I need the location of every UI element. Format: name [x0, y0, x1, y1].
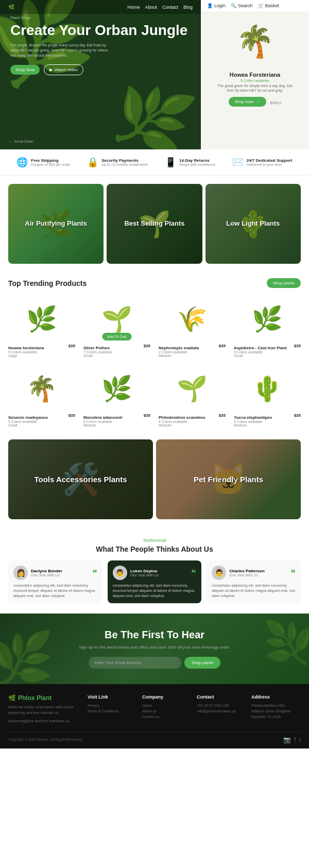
- product-size-0: Large: [8, 354, 44, 358]
- newsletter-title: Be The First To Hear: [10, 629, 299, 641]
- twitter-icon[interactable]: t: [299, 736, 301, 743]
- footer-copyright: Copyright © 2023 Avante. All Rights Rese…: [8, 738, 83, 741]
- footer-logo: 🌿 Phlox Plant: [8, 694, 82, 702]
- newsletter-submit-button[interactable]: Shop plants: [184, 657, 220, 669]
- category-air-purifying[interactable]: 🌿 Air Purifying Plants: [8, 184, 104, 264]
- quote-icon-1: ❝: [191, 567, 196, 578]
- footer-contact-phone: +91 29 07 0092 168: [197, 704, 246, 707]
- nav-right-top: 👤 Login 🔍 Search 🛒 Basket: [201, 0, 309, 11]
- trending-title: Top Trending Products: [8, 279, 87, 287]
- product-name-1: Silver Pothos: [83, 346, 112, 350]
- footer-col-contact: Contact +91 29 07 0092 168 info@preserve…: [197, 694, 246, 724]
- product-sub-4: 5 Colors available: [8, 420, 48, 423]
- hero-buttons: Shop Now ▶ Watch Video: [10, 64, 187, 75]
- hero-product-description: The great green for simple from a day do…: [214, 83, 296, 93]
- product-card-3[interactable]: 🌿 Aspidistra - Cast Iron Plant 5 Colors …: [230, 292, 305, 362]
- hero-shop-now-button[interactable]: Shop Now →: [229, 97, 266, 107]
- promo-pet[interactable]: 🐱 Pet Friendly Plants: [156, 439, 301, 519]
- hero-product-name: Howea Forsteriana: [230, 72, 280, 78]
- testimonial-avatar-1: 👨: [113, 566, 127, 580]
- product-card-7[interactable]: 🌵 Yucca elephantipes 5 Colors available …: [230, 362, 305, 431]
- testimonial-role-0: One Year With Us: [31, 573, 62, 577]
- testimonial-name-2: Charles Patterson: [229, 569, 264, 573]
- product-card-1[interactable]: 🌱 Add To Cart Silver Pothos 7 Colors ava…: [79, 292, 154, 362]
- product-name-0: Howea forsteriana: [8, 346, 44, 350]
- footer-visit-link-1[interactable]: Terms & Conditions: [88, 709, 137, 713]
- footer-bottom: Copyright © 2023 Avante. All Rights Rese…: [8, 731, 301, 743]
- nav-contact[interactable]: Contact: [162, 5, 178, 10]
- footer-company-link-1[interactable]: About us: [142, 709, 192, 713]
- product-size-6: Medium: [159, 423, 205, 427]
- quote-icon-0: ❝: [92, 567, 97, 578]
- product-sub-1: 7 Colors available: [83, 350, 112, 354]
- testimonial-text-0: consectetur adipiscing elit, sed diam no…: [13, 583, 97, 598]
- promo-banners: 🛠️ Tools Accessories Plants 🐱 Pet Friend…: [0, 431, 309, 527]
- facebook-icon[interactable]: f: [294, 736, 296, 743]
- footer-company-link-2[interactable]: Contact us: [142, 715, 192, 719]
- product-name-4: Senecio rowleyanus: [8, 415, 48, 420]
- footer-address-line-2: Nashville TX 1023: [251, 715, 301, 719]
- product-card-4[interactable]: 🌴 Senecio rowleyanus 5 Colors available …: [4, 362, 79, 431]
- testimonial-name-1: Luken Depina: [130, 569, 159, 573]
- nav-blog[interactable]: Blog: [183, 5, 193, 10]
- scroll-down[interactable]: ↓ Scroll Down: [10, 140, 33, 143]
- cat-label-air: Air Purifying Plants: [25, 219, 87, 228]
- product-card-2[interactable]: 🌾 Nephrolepis exaltata 2 Colors availabl…: [154, 292, 230, 362]
- shop-now-button[interactable]: Shop Now: [10, 65, 40, 75]
- features-bar: 🌐 Free Shipping Coupon of $39 per order …: [0, 149, 309, 176]
- promo-label-tools: Tools Accessories Plants: [34, 474, 127, 485]
- cat-label-low: Low Light Plants: [226, 219, 280, 228]
- basket-link[interactable]: 🛒 Basket: [258, 3, 280, 8]
- footer-col-company: Company Home About us Contact us: [142, 694, 192, 724]
- product-card-5[interactable]: 🌿 Monstera adansonii 9 Colors available …: [79, 362, 154, 431]
- footer-brand-email: preserving@me and free maintains us.: [8, 719, 82, 724]
- payments-desc: Up to 12 months installments: [101, 163, 148, 166]
- shop-plants-button[interactable]: Shop plants: [267, 278, 301, 288]
- product-size-5: Medium: [83, 423, 122, 427]
- testimonial-card-0: 👩 Dactyne Bender One Year With Us ❝ cons…: [8, 560, 102, 603]
- returns-title: 14-Day Returns: [179, 158, 215, 163]
- nav-about[interactable]: About: [145, 5, 157, 10]
- feature-support: ✉️ 24/7 Dedicated Support Delivered to y…: [232, 157, 293, 168]
- product-price-5: $35: [144, 413, 150, 418]
- product-sub-7: 5 Colors available: [234, 420, 272, 423]
- product-size-3: Small: [234, 354, 287, 358]
- product-card-0[interactable]: 🌿 Howea forsteriana 5 Colors available L…: [4, 292, 79, 362]
- category-best-selling[interactable]: 🌱 Best Selling Plants: [107, 184, 202, 264]
- login-link[interactable]: 👤 Login: [207, 3, 226, 8]
- watch-video-button[interactable]: ▶ Watch Video: [44, 64, 83, 75]
- support-icon: ✉️: [232, 157, 244, 168]
- promo-tools[interactable]: 🛠️ Tools Accessories Plants: [8, 439, 153, 519]
- footer: 🌿 Phlox Plant While the lovely rocky bea…: [0, 684, 309, 748]
- footer-contact-title: Contact: [197, 694, 246, 700]
- footer-brand: 🌿 Phlox Plant While the lovely rocky bea…: [8, 694, 82, 724]
- product-name-5: Monstera adansonii: [83, 415, 122, 420]
- footer-company-link-0[interactable]: Home: [142, 704, 192, 707]
- support-title: 24/7 Dedicated Support: [247, 158, 293, 163]
- footer-visit-link-0[interactable]: Privacy: [88, 704, 137, 707]
- hero-description: The jungle. Browse the jungle every sunn…: [10, 43, 113, 58]
- footer-visit-title: Visit Link: [88, 694, 137, 700]
- product-card-6[interactable]: 🌱 Philodendron scandens 4 Colors availab…: [154, 362, 230, 431]
- newsletter-input[interactable]: [89, 657, 181, 669]
- hero-left: Plant Shop Create Your Orban Jungle The …: [0, 0, 201, 149]
- nav-logo: 🌿: [8, 4, 14, 10]
- testimonial-text-1: consectetur adipiscing elit, sed diam no…: [113, 583, 197, 598]
- nav-home[interactable]: Home: [127, 5, 140, 10]
- product-size-2: Medium: [159, 354, 199, 358]
- arrow-down-icon: ↓: [10, 140, 12, 143]
- footer-top: 🌿 Phlox Plant While the lovely rocky bea…: [8, 694, 301, 724]
- add-to-cart-button-1[interactable]: Add To Cart: [102, 333, 132, 341]
- product-image-7: 🌵: [234, 366, 301, 412]
- instagram-icon[interactable]: 📷: [283, 736, 291, 743]
- footer-company-title: Company: [142, 694, 192, 700]
- testimonial-card-2: 👨 Charles Patterson One Year With Us ❝ c…: [207, 560, 301, 603]
- footer-logo-icon: 🌿: [8, 694, 16, 702]
- shipping-title: Free Shipping: [31, 158, 70, 163]
- feature-shipping: 🌐 Free Shipping Coupon of $39 per order: [16, 157, 70, 168]
- category-low-light[interactable]: 🌵 Low Light Plants: [205, 184, 301, 264]
- product-price-3: $35: [294, 344, 301, 348]
- returns-icon: 📱: [165, 157, 176, 168]
- testimonial-name-0: Dactyne Bender: [31, 569, 62, 573]
- search-link[interactable]: 🔍 Search: [231, 3, 253, 8]
